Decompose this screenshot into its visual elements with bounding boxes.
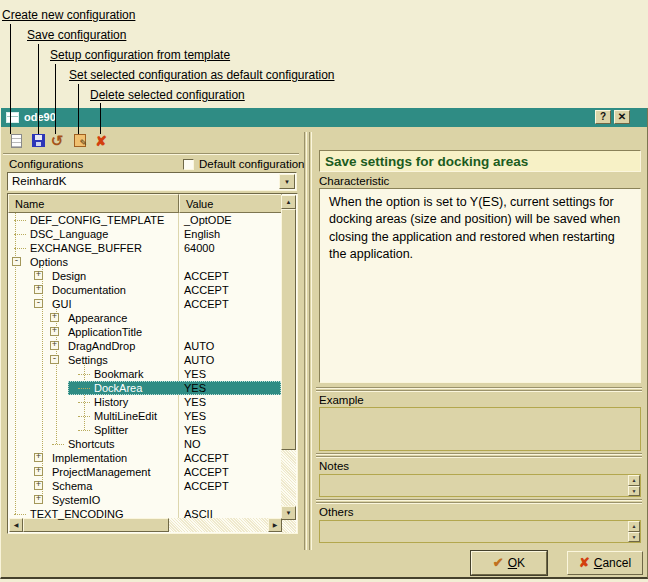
scroll-up-button[interactable]: ▲ — [281, 195, 296, 209]
cancel-button[interactable]: ✘Cancel — [567, 551, 643, 575]
section-splitter[interactable] — [316, 390, 642, 392]
tree-node-value: YES — [184, 424, 206, 436]
scroll-right-button[interactable]: ▶ — [268, 518, 282, 532]
scroll-left-button[interactable]: ◀ — [9, 518, 23, 532]
tree-leader — [78, 430, 90, 431]
expand-icon[interactable]: + — [34, 481, 43, 490]
tree-node-value: AUTO — [184, 340, 214, 352]
configuration-select[interactable]: ReinhardK ▼ — [7, 172, 297, 191]
expand-icon[interactable]: + — [50, 341, 59, 350]
tree-node-value: NO — [184, 438, 201, 450]
spin-up-icon[interactable]: ▲ — [628, 475, 640, 486]
horizontal-scrollbar[interactable]: ◀ ▶ — [9, 518, 282, 532]
vertical-scrollbar[interactable]: ▲ ▼ — [281, 195, 296, 534]
expand-icon[interactable]: + — [34, 467, 43, 476]
tree-row-Shortcuts[interactable]: ShortcutsNO — [8, 437, 282, 451]
tree-row-Settings[interactable]: -SettingsAUTO — [8, 353, 282, 367]
tree-row-Documentation[interactable]: +DocumentationACCEPT — [8, 283, 282, 297]
setup-from-template-button[interactable]: ↺ — [48, 133, 66, 150]
expand-icon[interactable]: + — [34, 453, 43, 462]
configuration-dialog: ode90 ? ✕ ↺ ✘ Configurations Default con… — [0, 108, 648, 579]
tree-row-GUI[interactable]: -GUIACCEPT — [8, 297, 282, 311]
collapse-icon[interactable]: - — [50, 355, 59, 364]
tree-row-ApplicationTitle[interactable]: +ApplicationTitle — [8, 325, 282, 339]
collapse-icon[interactable]: - — [12, 257, 21, 266]
notes-box[interactable]: ▲ ▼ — [319, 474, 641, 497]
panel-splitter[interactable] — [304, 132, 307, 550]
tree-node-name: MultiLineEdit — [94, 410, 157, 422]
set-default-configuration-button[interactable] — [71, 133, 89, 150]
annotation-setup-configuration-from-template: Setup configuration from template — [50, 48, 230, 62]
others-box[interactable]: ▲ ▼ — [319, 520, 641, 543]
save-configuration-button[interactable] — [29, 133, 47, 150]
tree-leader — [78, 402, 90, 403]
default-configuration-checkbox[interactable] — [183, 159, 194, 170]
title-bar[interactable]: ode90 ? ✕ — [1, 108, 647, 127]
configuration-tree[interactable]: Name Value DEF_CONFIG_TEMPLATE_OptODEDSC… — [7, 193, 298, 534]
characteristic-label: Characteristic — [319, 175, 389, 187]
tree-row-EXCHANGE_BUFFER[interactable]: EXCHANGE_BUFFER64000 — [8, 241, 282, 255]
expand-icon[interactable]: + — [34, 285, 43, 294]
expand-icon[interactable]: + — [50, 313, 59, 322]
tree-node-value: YES — [184, 368, 206, 380]
section-splitter[interactable] — [316, 456, 642, 458]
column-header-value[interactable]: Value — [179, 194, 282, 213]
ok-button[interactable]: ✔OK — [471, 551, 547, 575]
tree-row-SystemIO[interactable]: +SystemIO — [8, 493, 282, 507]
close-button[interactable]: ✕ — [614, 110, 630, 124]
tree-row-Schema[interactable]: +SchemaACCEPT — [8, 479, 282, 493]
tree-row-Splitter[interactable]: SplitterYES — [8, 423, 282, 437]
scroll-down-button[interactable]: ▼ — [281, 506, 296, 520]
tree-row-MultiLineEdit[interactable]: MultiLineEditYES — [8, 409, 282, 423]
spin-down-icon[interactable]: ▼ — [628, 532, 640, 543]
example-label: Example — [319, 394, 364, 406]
delete-configuration-button[interactable]: ✘ — [92, 133, 110, 150]
section-splitter[interactable] — [316, 453, 642, 455]
tree-row-Options[interactable]: -Options — [8, 255, 282, 269]
tree-node-name: DragAndDrop — [68, 340, 135, 352]
combo-dropdown-button[interactable]: ▼ — [279, 174, 295, 189]
tree-row-Bookmark[interactable]: BookmarkYES — [8, 367, 282, 381]
tree-node-name: Design — [52, 270, 86, 282]
tree-leader — [14, 234, 26, 235]
vertical-scroll-thumb[interactable] — [281, 209, 296, 450]
expand-icon[interactable]: + — [34, 495, 43, 504]
create-new-configuration-button[interactable] — [7, 133, 25, 150]
annotation-delete-configuration: Delete selected configuration — [90, 88, 245, 102]
horizontal-scroll-thumb[interactable] — [23, 518, 169, 532]
tree-node-name: EXCHANGE_BUFFER — [30, 242, 142, 254]
tree-row-Appearance[interactable]: +Appearance — [8, 311, 282, 325]
column-header-name[interactable]: Name — [8, 194, 179, 213]
tree-node-value: _OptODE — [184, 214, 232, 226]
collapse-icon[interactable]: - — [34, 299, 43, 308]
help-button[interactable]: ? — [595, 110, 611, 124]
tree-row-DragAndDrop[interactable]: +DragAndDropAUTO — [8, 339, 282, 353]
tree-leader — [78, 416, 90, 417]
tree-row-DEF_CONFIG_TEMPLATE[interactable]: DEF_CONFIG_TEMPLATE_OptODE — [8, 213, 282, 227]
tree-node-name: Appearance — [68, 312, 127, 324]
tree-row-DSC_Language[interactable]: DSC_LanguageEnglish — [8, 227, 282, 241]
spin-up-icon[interactable]: ▲ — [628, 521, 640, 532]
ok-button-label: OK — [508, 556, 525, 570]
tree-row-DockArea[interactable]: DockAreaYES — [8, 381, 282, 395]
expand-icon[interactable]: + — [34, 271, 43, 280]
tree-leader — [78, 374, 90, 375]
default-configuration-label[interactable]: Default configuration — [199, 158, 304, 170]
section-splitter[interactable] — [316, 499, 642, 501]
tree-node-value: YES — [184, 410, 206, 422]
panel-splitter[interactable] — [309, 132, 312, 550]
section-splitter[interactable] — [316, 387, 642, 389]
section-splitter[interactable] — [316, 502, 642, 504]
tree-row-ProjectManagement[interactable]: +ProjectManagementACCEPT — [8, 465, 282, 479]
notes-label: Notes — [319, 460, 349, 472]
tree-node-name: Documentation — [52, 284, 126, 296]
spin-down-icon[interactable]: ▼ — [628, 486, 640, 497]
characteristic-text: When the option is set to Y(ES), current… — [319, 188, 641, 383]
tree-row-Design[interactable]: +DesignACCEPT — [8, 269, 282, 283]
toolbar-divider — [3, 153, 299, 155]
tree-row-Implementation[interactable]: +ImplementationACCEPT — [8, 451, 282, 465]
tree-row-History[interactable]: HistoryYES — [8, 395, 282, 409]
expand-icon[interactable]: + — [50, 327, 59, 336]
tree-node-value: ACCEPT — [184, 270, 229, 282]
tree-node-value: ACCEPT — [184, 480, 229, 492]
